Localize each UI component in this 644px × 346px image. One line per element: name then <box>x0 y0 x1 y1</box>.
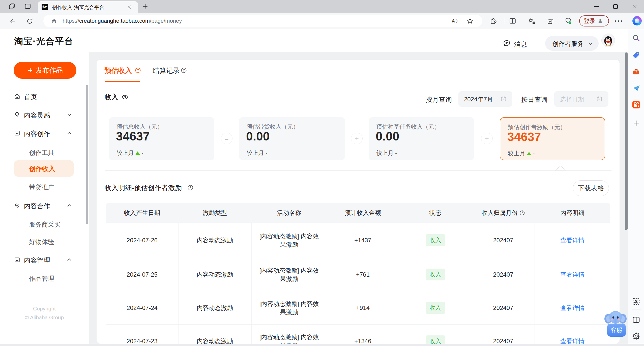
sidebar-item-product-trial[interactable]: 好物体验 <box>0 234 89 248</box>
window-close-button[interactable] <box>632 4 637 9</box>
sidebar-item-content-management[interactable]: 内容管理 <box>0 253 89 267</box>
split-view-icon[interactable] <box>628 315 644 325</box>
view-detail-link[interactable]: 查看详情 <box>560 271 584 279</box>
site-header: 淘宝·光合平台 消息 创作者服务 <box>0 29 628 52</box>
kuaishou-icon[interactable] <box>628 100 644 110</box>
copyright-line2: © Alibaba Group <box>0 314 89 321</box>
tabs-divider <box>97 82 620 82</box>
detail-section-title: 收入明细-预估创作者激励 <box>105 183 182 192</box>
stat-card-creator-incentive[interactable]: 预估创作者激励（元） 34637 较上月- <box>500 117 605 160</box>
help-icon[interactable] <box>519 210 525 216</box>
window-bottom-edge <box>0 344 644 346</box>
chevron-up-icon <box>67 258 72 261</box>
cell-month: 202407 <box>472 325 535 344</box>
day-query-label: 按日查询 <box>521 95 547 104</box>
refresh-icon[interactable] <box>26 18 33 25</box>
col-header-type: 激励类型 <box>178 203 251 223</box>
sidebar: 发布作品 首页 内容灵感 内容创作 创作工具 创作收入 带货推广 内容合作 <box>0 52 89 344</box>
favicon: 光合 <box>42 4 48 10</box>
search-icon[interactable] <box>628 33 644 43</box>
month-picker-input[interactable]: 2024年7月 <box>458 91 512 107</box>
read-aloud-icon[interactable]: A <box>451 17 458 24</box>
browser-tab[interactable]: 光合 创作收入·淘宝光合平台 <box>38 1 138 13</box>
help-icon[interactable] <box>135 67 141 73</box>
day-picker-input[interactable]: 选择日期 <box>554 91 608 107</box>
col-header-month: 收入归属月份 <box>472 203 535 223</box>
toolbox-icon[interactable] <box>628 67 644 77</box>
customer-service-widget[interactable]: 客服 <box>604 310 627 326</box>
messages-icon[interactable] <box>503 39 511 47</box>
customer-service-button[interactable]: 客服 <box>607 324 626 337</box>
paper-plane-icon[interactable] <box>628 83 644 93</box>
workspaces-icon[interactable] <box>8 3 15 10</box>
window-maximize-button[interactable] <box>613 4 618 9</box>
tab-close-icon[interactable] <box>127 4 132 10</box>
sidebar-scrollbar[interactable] <box>86 85 88 224</box>
site-logo[interactable]: 淘宝·光合平台 <box>14 35 74 47</box>
view-detail-link[interactable]: 查看详情 <box>560 337 584 344</box>
status-badge: 收入 <box>426 234 445 246</box>
help-icon[interactable] <box>187 185 193 191</box>
screenshot-icon[interactable] <box>628 296 644 306</box>
favorites-icon[interactable] <box>528 17 536 25</box>
page-scrollbar[interactable] <box>625 52 628 230</box>
equals-operator: = <box>221 133 232 144</box>
sidebar-item-creation[interactable]: 内容创作 <box>0 126 89 140</box>
chevron-down-icon <box>67 113 72 116</box>
view-detail-link[interactable]: 查看详情 <box>560 304 584 312</box>
cell-amount: +914 <box>327 291 399 324</box>
cell-month: 202407 <box>472 258 535 291</box>
split-screen-icon[interactable] <box>509 17 516 25</box>
browser-essentials-icon[interactable] <box>564 17 572 25</box>
sidebar-item-cooperation[interactable]: 内容合作 <box>0 198 89 213</box>
creator-service-dropdown[interactable]: 创作者服务 <box>545 36 599 51</box>
lightbulb-icon <box>14 111 20 118</box>
up-triangle-icon <box>135 151 140 155</box>
login-button[interactable]: 登录 <box>579 15 609 26</box>
user-avatar[interactable] <box>601 34 615 47</box>
sidebar-item-creation-income[interactable]: 创作收入 <box>14 160 74 177</box>
download-table-button[interactable]: 下载表格 <box>573 180 609 196</box>
favorite-star-icon[interactable] <box>466 17 474 24</box>
extensions-icon[interactable] <box>490 17 497 25</box>
active-tab-underline <box>105 81 140 82</box>
help-icon[interactable] <box>181 67 187 73</box>
up-triangle-icon <box>527 152 531 155</box>
status-badge: 收入 <box>426 269 445 280</box>
tab-settlement-records[interactable]: 结算记录 <box>153 66 180 75</box>
sidebar-item-home[interactable]: 首页 <box>0 89 89 103</box>
back-icon[interactable] <box>9 18 16 25</box>
cell-activity: [内容动态激励] 内容效果激励 <box>251 291 327 324</box>
cell-status: 收入 <box>399 223 472 258</box>
collections-icon[interactable] <box>547 17 554 25</box>
sidebar-item-service-purchase[interactable]: 服务商采买 <box>0 217 89 231</box>
cell-type: 内容动态激励 <box>178 291 251 324</box>
cell-detail: 查看详情 <box>535 223 610 258</box>
cell-date: 2024-07-23 <box>106 325 178 344</box>
copilot-icon[interactable] <box>632 16 642 25</box>
sidebar-item-creation-tools[interactable]: 创作工具 <box>0 145 89 159</box>
eye-icon[interactable] <box>121 94 129 101</box>
address-bar[interactable]: https://creator.guanghe.taobao.com/page/… <box>43 15 482 27</box>
add-sidebar-item-icon[interactable] <box>628 118 644 128</box>
new-tab-icon[interactable] <box>142 3 149 10</box>
cell-date: 2024-07-25 <box>106 258 178 291</box>
browser-window: 光合 创作收入·淘宝光合平台 https://creat <box>0 0 644 346</box>
gear-icon[interactable] <box>628 331 644 341</box>
caret-up-indicator <box>555 166 566 171</box>
settings-menu-icon[interactable] <box>615 20 622 22</box>
publish-button[interactable]: 发布作品 <box>14 62 76 79</box>
income-table: 收入产生日期 激励类型 活动名称 预计收入金额 状态 收入归属月份 内容明细 2… <box>106 203 610 344</box>
cell-activity: [内容动态激励] 内容效果激励 <box>251 223 327 258</box>
lock-icon[interactable] <box>51 18 57 24</box>
sidebar-item-inspiration[interactable]: 内容灵感 <box>0 108 89 122</box>
tab-estimated-income[interactable]: 预估收入 <box>105 66 132 75</box>
shopping-tag-icon[interactable] <box>628 50 644 60</box>
window-minimize-button[interactable] <box>594 6 599 7</box>
sidebar-item-promotion[interactable]: 带货推广 <box>0 180 89 194</box>
tab-actions-icon[interactable] <box>24 3 31 10</box>
table-row: 2024-07-24 内容动态激励 [内容动态激励] 内容效果激励 +914 收… <box>106 291 610 325</box>
sidebar-item-works-management[interactable]: 作品管理 <box>0 271 89 285</box>
messages-label[interactable]: 消息 <box>514 40 527 49</box>
view-detail-link[interactable]: 查看详情 <box>560 236 584 244</box>
